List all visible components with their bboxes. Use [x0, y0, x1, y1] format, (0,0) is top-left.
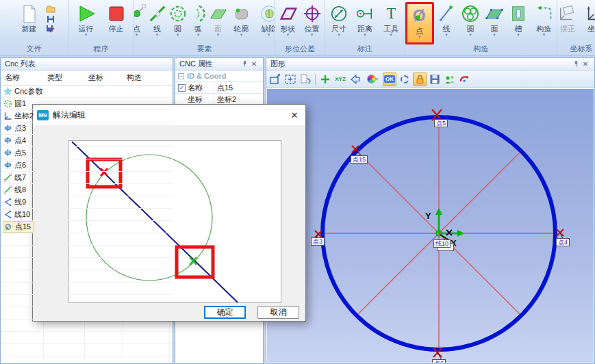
group-label-elements: 要素: [134, 44, 275, 54]
feature-label-point6-clipped[interactable]: 点6: [432, 359, 446, 363]
points-cloud-icon[interactable]: [443, 73, 457, 86]
feature-label-point3[interactable]: 点3: [311, 237, 325, 246]
color-wheel-icon[interactable]: ▾: [364, 73, 381, 86]
empty-row: [1, 307, 173, 320]
distance-icon: [355, 2, 375, 25]
list-item-line7[interactable]: 线7: [1, 172, 173, 184]
xyz-coords-icon[interactable]: XYZ: [333, 73, 347, 86]
element-defect-brain-icon: [259, 2, 276, 25]
circle-outline-icon[interactable]: [398, 73, 412, 86]
ok-button[interactable]: 确定: [204, 306, 246, 319]
feature-label-point5[interactable]: 点5: [434, 119, 448, 127]
shape-tolerance-button[interactable]: 形状▾: [276, 2, 300, 37]
construct-point-button-highlighted[interactable]: Ø 点▾: [405, 2, 434, 44]
new-file-label: 新建: [22, 25, 37, 33]
graphics-viewport[interactable]: Y X 点5 点15 点3 点4 线10 线10 点6: [267, 89, 594, 363]
shape-parallelogram-icon: [279, 2, 298, 25]
open-folder-icon[interactable]: [46, 5, 55, 14]
align-button-disabled[interactable]: 摆正: [557, 2, 581, 33]
feature-label-line10[interactable]: 线10: [433, 239, 451, 248]
pin-icon[interactable]: [571, 60, 581, 68]
ok-confirm-icon[interactable]: OK: [383, 73, 396, 86]
column-coord[interactable]: 坐标: [84, 73, 123, 83]
save-icon[interactable]: [46, 14, 55, 23]
coord-label: 坐标: [188, 94, 203, 105]
align-icon: [558, 2, 577, 25]
rotate-view-icon[interactable]: [458, 73, 472, 86]
element-contour-button[interactable]: 轮廓▾: [228, 2, 255, 37]
list-item-line10[interactable]: 线10: [1, 209, 173, 221]
name-checkbox-checked[interactable]: ✓: [178, 84, 186, 92]
element-face-icon: [209, 2, 228, 25]
dimension-button[interactable]: 尺寸▾: [326, 2, 352, 37]
empty-row: [1, 283, 173, 295]
fit-view-icon[interactable]: [283, 73, 297, 86]
pin-icon[interactable]: [240, 60, 249, 68]
element-point-button[interactable]: 点▾: [134, 2, 147, 37]
distance-button[interactable]: 距离▾: [352, 2, 378, 37]
group-label-tolerance: 形位公差: [275, 44, 325, 54]
cnc-list-title: Cnc 列表: [5, 59, 36, 69]
feature-label-point15[interactable]: 点15: [351, 155, 368, 164]
list-item-point4[interactable]: 点4: [1, 135, 173, 147]
element-face-button[interactable]: 面▾: [209, 2, 228, 37]
close-icon[interactable]: ✕: [249, 60, 259, 68]
construct-circle-button[interactable]: 圆▾: [459, 2, 482, 37]
construct-circle-icon: [461, 2, 480, 25]
collapse-minus-icon[interactable]: −: [178, 73, 184, 79]
axis-icon: [3, 112, 12, 120]
circle-feature-icon: [3, 99, 12, 108]
element-line-button[interactable]: 线▾: [147, 2, 168, 37]
list-item-line9[interactable]: 线9: [1, 196, 173, 209]
view-flip-icon[interactable]: [299, 73, 312, 86]
file-mini-buttons: [46, 2, 55, 33]
back-arrow-icon[interactable]: [349, 73, 362, 86]
run-dropdown-caret[interactable]: ▾: [85, 33, 88, 37]
empty-row: [1, 270, 173, 283]
list-item-point6[interactable]: 点6: [1, 159, 173, 172]
close-icon[interactable]: ✕: [581, 60, 590, 68]
column-construct[interactable]: 构造: [123, 73, 160, 83]
measurement-drawing: Y X: [267, 89, 594, 363]
empty-row: [1, 233, 173, 246]
zoom-window-icon[interactable]: [268, 73, 282, 86]
column-name[interactable]: 名称: [1, 73, 43, 83]
element-circle-button[interactable]: 圆▾: [168, 2, 188, 37]
column-type[interactable]: 类型: [43, 73, 84, 83]
list-item-cnc-params[interactable]: Cnc参数: [1, 86, 173, 98]
construct-slot-button[interactable]: 槽▾: [507, 2, 530, 37]
element-line-icon: [148, 2, 167, 25]
tools-button[interactable]: T 工具▾: [378, 2, 404, 37]
construct-line-button[interactable]: 线▾: [435, 2, 458, 37]
toolbar-separator: [315, 74, 316, 85]
new-file-button[interactable]: 新建: [13, 2, 46, 33]
element-contour-icon: [232, 2, 251, 25]
save-as-icon[interactable]: [46, 24, 55, 33]
list-item-line8[interactable]: 线8: [1, 184, 173, 196]
construct-generic-button[interactable]: 构造▾: [531, 2, 557, 37]
run-button[interactable]: 运行 ▾: [71, 2, 101, 37]
save-view-icon[interactable]: [428, 73, 442, 86]
list-item-point3[interactable]: 点3: [1, 122, 173, 135]
element-arc-button[interactable]: 弧▾: [188, 2, 209, 37]
cancel-button[interactable]: 取消: [257, 306, 299, 319]
construct-face-button[interactable]: 面▾: [483, 2, 506, 37]
coord-button-clipped[interactable]: 坐标: [581, 2, 595, 33]
feature-label-point4[interactable]: 点4: [556, 238, 570, 246]
empty-row: [1, 295, 173, 307]
stop-button[interactable]: 停止: [101, 2, 131, 33]
add-cross-icon[interactable]: [318, 73, 332, 86]
section-id-coord[interactable]: − ID & Coord: [175, 70, 263, 81]
list-item-coord2[interactable]: 坐标2: [1, 110, 173, 122]
coord-value[interactable]: 坐标2: [214, 94, 263, 105]
lock-icon[interactable]: [413, 73, 427, 86]
list-item-circle1[interactable]: 圆1: [1, 98, 173, 110]
dialog-close-icon[interactable]: ✕: [288, 108, 301, 122]
point-icon: [3, 148, 12, 157]
element-defect-button[interactable]: 缺陷▾: [255, 2, 276, 37]
list-item-point5[interactable]: 点5: [1, 147, 173, 159]
ribbon-group-annotate: 尺寸▾ 距离▾ T 工具▾ 标注: [325, 0, 405, 55]
name-value[interactable]: 点15: [214, 82, 263, 93]
list-item-point15-selected[interactable]: Ø 点15: [1, 221, 173, 233]
position-tolerance-button[interactable]: 位置▾: [300, 2, 324, 37]
